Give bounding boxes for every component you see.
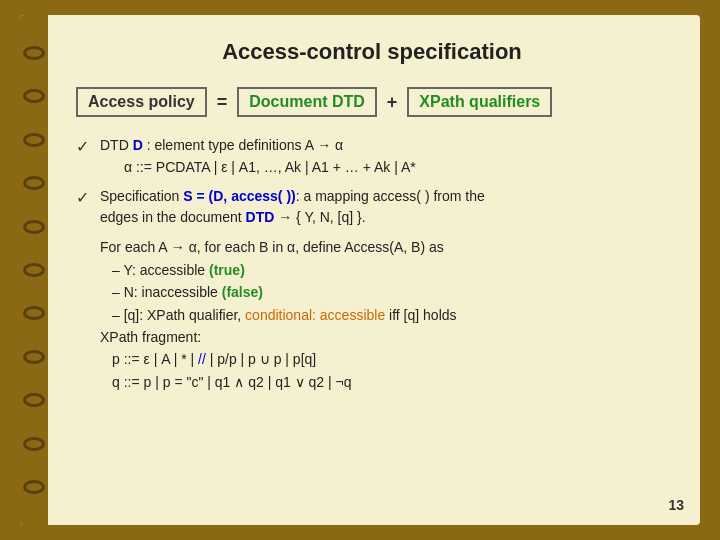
- ring-5: [23, 220, 45, 234]
- xpath-qualifiers-box: XPath qualifiers: [407, 87, 552, 117]
- ring-1: [23, 46, 45, 60]
- access-policy-box: Access policy: [76, 87, 207, 117]
- q-line: q ::= p | p = "c" | q1 ∧ q2 | q1 ∨ q2 | …: [112, 371, 668, 393]
- ring-10: [23, 437, 45, 451]
- bullet-2-row: ✓ Specification S = (D, access( )): a ma…: [76, 186, 668, 228]
- for-each-line: For each A → α, for each B in α, define …: [100, 236, 668, 258]
- ring-6: [23, 263, 45, 277]
- checkmark-1: ✓: [76, 137, 92, 156]
- xpath-fragment-label: XPath fragment:: [100, 326, 668, 348]
- spiral-binding: [20, 15, 48, 525]
- ring-7: [23, 306, 45, 320]
- plus-sign: +: [387, 92, 398, 113]
- page-number: 13: [668, 497, 684, 513]
- bullet-1-content: DTD D : element type definitions A → α α…: [100, 135, 416, 178]
- formula-row: Access policy = Document DTD + XPath qua…: [76, 87, 668, 117]
- dash-y: – Y: accessible (true): [112, 259, 668, 281]
- ring-11: [23, 480, 45, 494]
- ring-8: [23, 350, 45, 364]
- page-title: Access-control specification: [76, 39, 668, 65]
- bullet-2-content: Specification S = (D, access( )): a mapp…: [100, 186, 485, 228]
- ring-4: [23, 176, 45, 190]
- content-area: Access-control specification Access poli…: [48, 15, 700, 525]
- checkmark-2: ✓: [76, 188, 92, 207]
- ring-9: [23, 393, 45, 407]
- dash-q: – [q]: XPath qualifier, conditional: acc…: [112, 304, 668, 326]
- bullet-2-line1: Specification S = (D, access( )): a mapp…: [100, 186, 485, 207]
- bullet-1-sub: α ::= PCDATA | ε | A1, …, Ak | A1 + … + …: [124, 156, 416, 178]
- p-line: p ::= ε | A | * | // | p/p | p ∪ p | p[q…: [112, 348, 668, 370]
- ring-2: [23, 89, 45, 103]
- ring-3: [23, 133, 45, 147]
- bullet-1-row: ✓ DTD D : element type definitions A → α…: [76, 135, 668, 178]
- dash-n: – N: inaccessible (false): [112, 281, 668, 303]
- notebook: Access-control specification Access poli…: [20, 15, 700, 525]
- document-dtd-box: Document DTD: [237, 87, 377, 117]
- equals-sign: =: [217, 92, 228, 113]
- bullet-1-text: DTD D : element type definitions A → α: [100, 135, 416, 156]
- bullet-2-line2: edges in the document DTD → { Y, N, [q] …: [100, 207, 485, 228]
